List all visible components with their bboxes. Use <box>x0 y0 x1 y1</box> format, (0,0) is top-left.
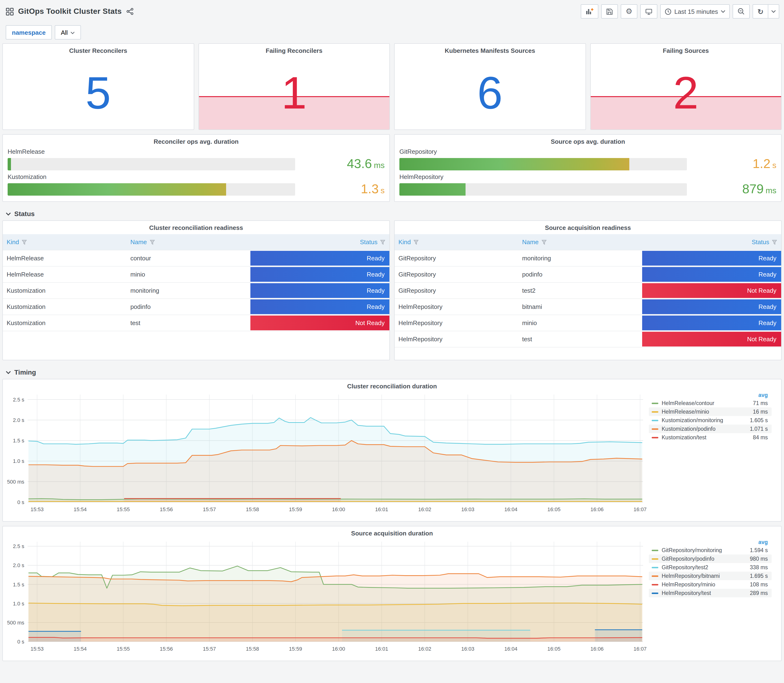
refresh-interval-dropdown[interactable] <box>768 4 779 19</box>
table-row: GitRepositorypodinfoReady <box>394 266 781 282</box>
cell-name: test2 <box>518 283 642 298</box>
svg-text:15:58: 15:58 <box>246 507 259 512</box>
status-badge: Ready <box>250 267 390 282</box>
gauge-row-helmrepository: HelmRepository879ms <box>399 173 776 197</box>
legend-item[interactable]: Kustomization/podinfo1.071 s <box>649 425 772 433</box>
svg-text:1.0 s: 1.0 s <box>13 601 24 607</box>
svg-text:16:02: 16:02 <box>418 646 431 652</box>
panel-title[interactable]: Cluster reconciliation duration <box>6 379 778 391</box>
status-badge: Ready <box>642 251 781 266</box>
refresh-dashboard-button[interactable]: ↻ <box>753 4 768 19</box>
chevron-down-icon <box>6 370 11 374</box>
panel-title[interactable]: Failing Reconcilers <box>199 44 390 55</box>
svg-text:2.5 s: 2.5 s <box>13 397 24 402</box>
filter-icon[interactable] <box>21 239 27 245</box>
filter-icon[interactable] <box>541 239 547 245</box>
series-name[interactable]: Kustomization/monitoring <box>662 417 747 423</box>
column-header-kind[interactable]: Kind <box>3 239 127 245</box>
panel-title[interactable]: Reconciler ops avg. duration <box>8 135 385 146</box>
svg-text:500 ms: 500 ms <box>7 620 24 626</box>
time-range-picker[interactable]: Last 15 minutes <box>660 4 730 19</box>
legend-item[interactable]: HelmRepository/test289 ms <box>649 589 772 597</box>
series-name[interactable]: GitRepository/monitoring <box>662 547 747 553</box>
bar-gauge: HelmRelease43.6msKustomization1.3s <box>8 148 385 197</box>
add-panel-button[interactable] <box>581 4 599 19</box>
chart-legend: avgHelmRelease/contour71 msHelmRelease/m… <box>647 391 774 442</box>
column-header-kind[interactable]: Kind <box>394 239 518 245</box>
panel-source-acquisition-readiness: Source acquisition readiness KindNameSta… <box>394 220 782 360</box>
series-color-swatch <box>652 402 658 404</box>
dashboard-settings-button[interactable]: ⚙ <box>621 4 637 19</box>
status-badge: Ready <box>642 316 781 330</box>
dashboard-header: GitOps Toolkit Cluster Stats <box>0 0 784 21</box>
column-header-status[interactable]: Status <box>250 239 390 245</box>
cell-status: Ready <box>250 299 390 314</box>
series-name[interactable]: HelmRelease/contour <box>662 400 749 406</box>
legend-item[interactable]: HelmRepository/minio108 ms <box>649 580 772 589</box>
panel-title[interactable]: Kubernetes Manifests Sources <box>394 44 585 55</box>
legend-item[interactable]: HelmRelease/contour71 ms <box>649 399 772 407</box>
legend-item[interactable]: HelmRelease/minio16 ms <box>649 407 772 416</box>
cycle-view-mode-button[interactable] <box>640 4 657 19</box>
variable-value-dropdown[interactable]: All <box>55 25 81 40</box>
table-header-row: KindNameStatus <box>3 234 390 250</box>
series-name[interactable]: HelmRepository/test <box>662 590 747 596</box>
legend-header-avg[interactable]: avg <box>649 392 772 399</box>
zoom-out-time-button[interactable] <box>733 4 750 19</box>
dashboards-grid-icon[interactable] <box>6 7 14 16</box>
legend-item[interactable]: Kustomization/test84 ms <box>649 433 772 442</box>
legend-item[interactable]: GitRepository/test2338 ms <box>649 563 772 572</box>
filter-icon[interactable] <box>413 239 419 245</box>
time-series-plot[interactable]: 15:5315:5415:5515:5615:5715:5815:5916:00… <box>6 391 647 515</box>
legend-item[interactable]: GitRepository/monitoring1.594 s <box>649 546 772 555</box>
cell-kind: GitRepository <box>394 250 518 266</box>
cell-name: bitnami <box>518 299 642 314</box>
section-title: Timing <box>14 369 36 376</box>
cell-name: minio <box>518 315 642 331</box>
gauge-label: HelmRelease <box>8 148 385 155</box>
filter-icon[interactable] <box>149 239 155 245</box>
series-name[interactable]: HelmRepository/minio <box>662 582 747 587</box>
series-name[interactable]: Kustomization/podinfo <box>662 426 747 432</box>
cell-name: monitoring <box>127 283 250 298</box>
filter-icon[interactable] <box>380 239 386 245</box>
filter-icon[interactable] <box>772 239 778 245</box>
column-header-name[interactable]: Name <box>518 239 642 245</box>
column-header-name[interactable]: Name <box>127 239 250 245</box>
series-name[interactable]: GitRepository/podinfo <box>662 556 747 562</box>
cell-status: Ready <box>250 283 390 298</box>
save-dashboard-button[interactable] <box>601 4 618 19</box>
svg-text:16:05: 16:05 <box>547 507 561 512</box>
stat-value: 2 <box>590 70 781 115</box>
series-color-swatch <box>652 558 658 560</box>
series-name[interactable]: GitRepository/test2 <box>662 564 747 570</box>
table-row: KustomizationmonitoringReady <box>3 282 390 298</box>
series-name[interactable]: HelmRelease/minio <box>662 409 749 415</box>
series-name[interactable]: Kustomization/test <box>662 434 749 440</box>
column-header-status[interactable]: Status <box>642 239 781 245</box>
series-avg-value: 1.695 s <box>750 573 768 579</box>
series-avg-value: 289 ms <box>750 590 768 596</box>
share-icon[interactable] <box>126 8 134 15</box>
panel-title[interactable]: Source acquisition readiness <box>394 221 781 232</box>
time-series-plot[interactable]: 15:5315:5415:5515:5615:5715:5815:5916:00… <box>6 538 647 655</box>
section-row-status[interactable]: Status <box>2 206 782 220</box>
legend-item[interactable]: HelmRepository/bitnami1.695 s <box>649 572 772 580</box>
status-badge: Ready <box>642 267 781 282</box>
panel-title[interactable]: Source acquisition duration <box>6 526 778 538</box>
legend-item[interactable]: GitRepository/podinfo980 ms <box>649 555 772 563</box>
legend-header-avg[interactable]: avg <box>649 539 772 546</box>
panel-title[interactable]: Failing Sources <box>590 44 781 55</box>
svg-text:15:56: 15:56 <box>160 646 173 652</box>
panel-title[interactable]: Cluster reconciliation readiness <box>3 221 390 232</box>
dashboard-toolbar: ⚙ Last 15 minutes <box>581 4 779 19</box>
panel-title[interactable]: Source ops avg. duration <box>399 135 776 146</box>
section-row-timing[interactable]: Timing <box>2 365 782 379</box>
svg-text:16:00: 16:00 <box>332 646 345 652</box>
series-name[interactable]: HelmRepository/bitnami <box>662 573 747 579</box>
variable-label-namespace[interactable]: namespace <box>6 25 52 40</box>
svg-text:16:06: 16:06 <box>590 646 604 652</box>
series-avg-value: 16 ms <box>753 409 768 415</box>
panel-title[interactable]: Cluster Reconcilers <box>3 44 194 55</box>
legend-item[interactable]: Kustomization/monitoring1.605 s <box>649 416 772 425</box>
